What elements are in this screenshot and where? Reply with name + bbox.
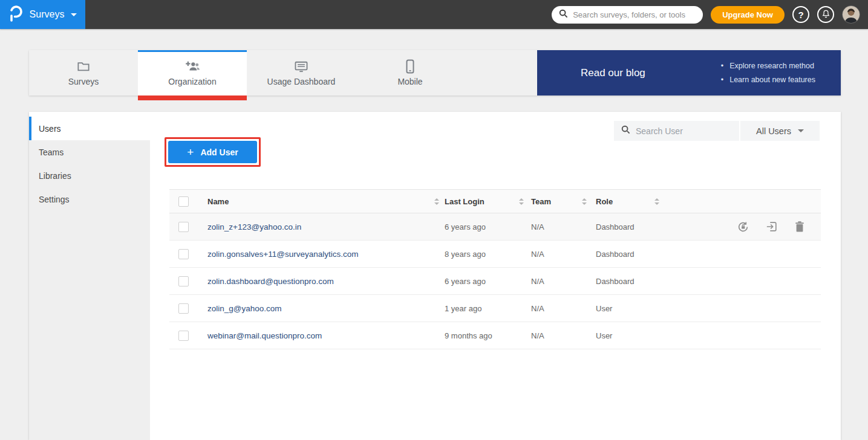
tab-label: Usage Dashboard [267, 77, 336, 86]
column-header-team: Team [531, 197, 551, 206]
questionpro-logo-icon [8, 4, 23, 25]
last-login-value: 1 year ago [445, 304, 531, 313]
role-value: User [596, 304, 665, 313]
sort-team-icon[interactable] [582, 198, 587, 205]
sidebar-item-label: Settings [39, 195, 70, 204]
organization-tab-highlight-annotation [138, 95, 247, 100]
reset-password-icon[interactable] [737, 221, 749, 233]
table-row: zolin_g@yahoo.com 1 year ago N/A User [169, 295, 821, 322]
sidebar-item-teams[interactable]: Teams [29, 140, 150, 164]
sort-last-login-icon[interactable] [519, 198, 524, 205]
tab-label: Organization [168, 77, 216, 86]
add-group-icon [184, 59, 200, 74]
column-header-name: Name [207, 197, 229, 206]
tab-mobile[interactable]: Mobile [356, 50, 465, 95]
add-user-highlight-annotation: + Add User [165, 137, 261, 167]
table-row: zolin.gonsalves+11@surveyanalytics.com 8… [169, 241, 821, 268]
column-header-role: Role [596, 197, 613, 206]
last-login-value: 9 months ago [445, 331, 531, 340]
content-card: Users Teams Libraries Settings + Add Use… [29, 112, 841, 440]
role-value: Dashboard [596, 277, 665, 286]
user-email-link[interactable]: zolin_z+123@yahoo.co.in [198, 222, 445, 231]
sidebar-item-label: Users [39, 124, 61, 134]
search-icon [559, 9, 568, 21]
user-email-link[interactable]: zolin.dashboard@questionpro.com [198, 277, 445, 286]
row-checkbox[interactable] [178, 303, 189, 314]
user-filter-dropdown[interactable]: All Users [740, 121, 820, 141]
delete-icon[interactable] [794, 221, 805, 233]
sidebar-item-users[interactable]: Users [29, 117, 150, 140]
last-login-value: 8 years ago [445, 250, 531, 259]
banner-bullet: Learn about new features [721, 73, 815, 87]
user-email-link[interactable]: zolin.gonsalves+11@surveyanalytics.com [198, 250, 445, 259]
sort-name-icon[interactable] [434, 198, 439, 205]
user-search[interactable] [614, 121, 739, 141]
module-tabbar: Surveys Organization Usage Dashboard [29, 50, 841, 95]
sidebar-item-label: Libraries [39, 171, 71, 181]
column-header-last-login: Last Login [445, 197, 485, 206]
global-search[interactable] [552, 6, 703, 24]
table-row: webinar@mail.questionpro.com 9 months ag… [169, 322, 821, 349]
mobile-icon [405, 59, 415, 74]
blog-banner[interactable]: Read our blog Explore research method Le… [537, 50, 841, 95]
team-value: N/A [531, 277, 596, 286]
last-login-value: 6 years ago [445, 277, 531, 286]
user-filter-label: All Users [756, 126, 791, 136]
banner-bullet-list: Explore research method Learn about new … [721, 59, 815, 87]
sidebar-item-label: Teams [39, 147, 64, 157]
row-checkbox[interactable] [178, 249, 189, 259]
users-table: Name Last Login Team Role [169, 189, 821, 349]
topbar: Surveys Upgrade Now ? [0, 0, 868, 29]
tab-surveys[interactable]: Surveys [29, 50, 138, 95]
sort-role-icon[interactable] [654, 198, 659, 205]
row-checkbox[interactable] [178, 222, 189, 232]
role-value: Dashboard [596, 250, 665, 259]
user-email-link[interactable]: webinar@mail.questionpro.com [198, 331, 445, 340]
banner-title: Read our blog [581, 67, 645, 79]
chevron-down-icon [71, 13, 77, 16]
role-value: Dashboard [596, 222, 665, 231]
tab-label: Surveys [68, 77, 99, 86]
organization-sidebar: Users Teams Libraries Settings [29, 117, 150, 440]
plus-icon: + [187, 146, 194, 158]
chevron-down-icon [798, 129, 804, 132]
global-search-input[interactable] [573, 10, 696, 19]
notifications-button[interactable] [817, 6, 834, 23]
tab-usage-dashboard[interactable]: Usage Dashboard [247, 50, 356, 95]
row-checkbox[interactable] [178, 276, 189, 286]
add-user-button[interactable]: + Add User [168, 141, 257, 163]
product-label: Surveys [30, 9, 65, 20]
role-value: User [596, 331, 665, 340]
tab-label: Mobile [397, 77, 422, 86]
user-search-input[interactable] [636, 126, 745, 136]
help-button[interactable]: ? [792, 6, 809, 23]
team-value: N/A [531, 222, 596, 231]
search-icon [621, 125, 630, 137]
team-value: N/A [531, 250, 596, 259]
team-value: N/A [531, 331, 596, 340]
login-as-icon[interactable] [766, 221, 778, 233]
team-value: N/A [531, 304, 596, 313]
bell-icon [821, 9, 830, 21]
user-email-link[interactable]: zolin_g@yahoo.com [198, 304, 445, 313]
dashboard-icon [294, 59, 308, 74]
row-checkbox[interactable] [178, 331, 189, 341]
product-switcher[interactable]: Surveys [0, 0, 85, 29]
add-user-label: Add User [200, 147, 238, 157]
table-row: zolin_z+123@yahoo.co.in 6 years ago N/A … [169, 213, 821, 241]
last-login-value: 6 years ago [445, 222, 531, 231]
sidebar-item-libraries[interactable]: Libraries [29, 164, 150, 187]
select-all-checkbox[interactable] [178, 196, 189, 207]
tab-organization[interactable]: Organization [138, 50, 247, 95]
folder-icon [77, 59, 90, 74]
sidebar-item-settings[interactable]: Settings [29, 187, 150, 211]
table-row: zolin.dashboard@questionpro.com 6 years … [169, 268, 821, 295]
banner-bullet: Explore research method [721, 59, 815, 73]
upgrade-now-button[interactable]: Upgrade Now [711, 6, 785, 24]
users-panel: + Add User All Users [150, 117, 841, 440]
users-table-header: Name Last Login Team Role [169, 189, 821, 213]
user-avatar[interactable] [842, 5, 860, 24]
